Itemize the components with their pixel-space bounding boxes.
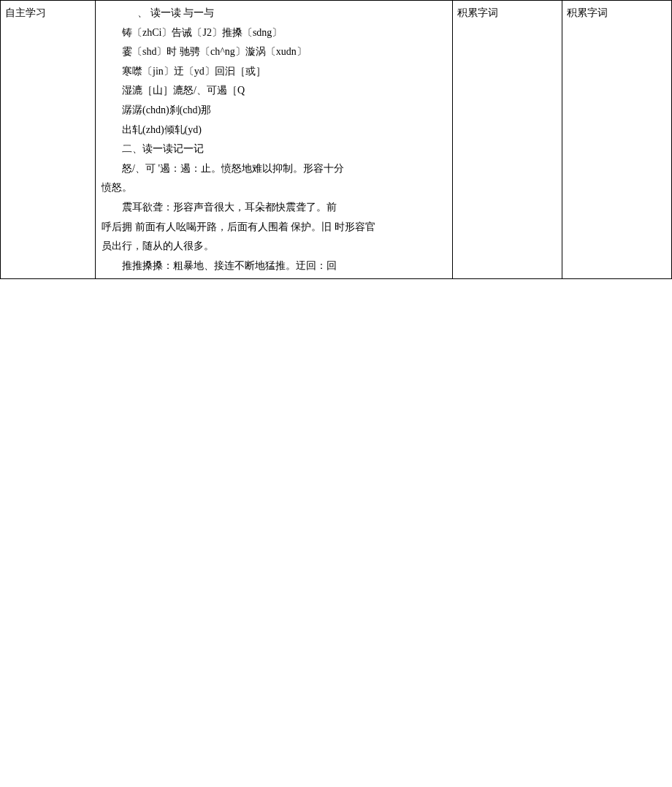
content-line: 霎〔shd〕时 驰骋〔ch^ng〕漩涡〔xudn〕 — [102, 42, 446, 62]
content-line: 潺潺(chdn)刹(chd)那 — [102, 101, 446, 121]
note-cell-1: 积累字词 — [453, 1, 562, 279]
content-line: 铸〔zhCi〕告诫〔J2〕推搡〔sdng〕 — [102, 23, 446, 43]
content-line: 寒噤〔jin〕迂〔yd〕回汩［或］ — [102, 62, 446, 82]
content-line: 二、读一读记一记 — [102, 140, 446, 159]
content-line: 推推搡搡：粗暴地、接连不断地猛推。迂回：回 — [102, 256, 446, 276]
content-line: 湿漉［山］漉怒/、可遏［Q — [102, 81, 446, 101]
content-line: 员出行，随从的人很多。 — [102, 237, 446, 256]
content-line: 出轧(zhd)倾轧(yd) — [102, 121, 446, 140]
row-label-cell: 自主学习 — [1, 1, 96, 279]
content-block: 、 读一读 与一与 铸〔zhCi〕告诫〔J2〕推搡〔sdng〕 霎〔shd〕时 … — [100, 4, 448, 275]
note-label: 积累字词 — [457, 7, 498, 18]
content-line: 愤怒。 — [102, 178, 446, 198]
content-line: 、 读一读 与一与 — [102, 4, 446, 23]
lesson-table: 自主学习 、 读一读 与一与 铸〔zhCi〕告诫〔J2〕推搡〔sdng〕 霎〔s… — [0, 0, 672, 279]
content-line: 呼后拥 前面有人吆喝开路，后面有人围着 保护。旧 时形容官 — [102, 218, 446, 237]
note-label: 积累字词 — [567, 7, 608, 18]
content-cell: 、 读一读 与一与 铸〔zhCi〕告诫〔J2〕推搡〔sdng〕 霎〔shd〕时 … — [96, 1, 453, 279]
content-line: 怒/、可 '遏：遏：止。愤怒地难以抑制。形容十分 — [102, 159, 446, 179]
row-label: 自主学习 — [5, 7, 46, 18]
content-line: 震耳欲聋：形容声音很大，耳朵都快震聋了。前 — [102, 198, 446, 218]
note-cell-2: 积累字词 — [562, 1, 672, 279]
table-row: 自主学习 、 读一读 与一与 铸〔zhCi〕告诫〔J2〕推搡〔sdng〕 霎〔s… — [1, 1, 672, 279]
